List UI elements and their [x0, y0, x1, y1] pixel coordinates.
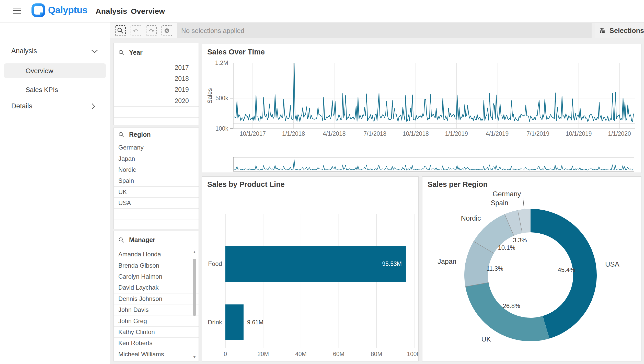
filter-item[interactable]: 2020 — [114, 95, 199, 106]
svg-text:7/1/2018: 7/1/2018 — [364, 130, 387, 137]
filter-item[interactable]: Brenda Gibson — [114, 260, 199, 271]
svg-text:Germany: Germany — [492, 190, 521, 198]
filter-item[interactable]: 2017 — [114, 62, 199, 73]
svg-text:11.3%: 11.3% — [486, 265, 503, 272]
filter-item-label: John Greg — [118, 317, 147, 325]
nav-tab-overview[interactable]: Overview — [131, 0, 165, 22]
svg-text:80M: 80M — [371, 351, 382, 357]
scroll-down-icon[interactable]: ▼ — [192, 355, 197, 360]
filter-item[interactable]: Amanda Honda — [114, 249, 199, 260]
sidebar-item-label: Details — [11, 102, 32, 110]
chevron-right-icon[interactable] — [91, 103, 96, 110]
filter-item-label: Japan — [118, 155, 135, 162]
svg-text:1.2M: 1.2M — [215, 60, 228, 66]
nav-tab-analysis[interactable]: Analysis — [96, 0, 127, 22]
filter-header[interactable]: Region — [118, 131, 151, 138]
filter-item-label: Micheal Williams — [118, 351, 164, 358]
filter-list-region: GermanyJapanNordicSpainUKUSA — [114, 142, 199, 220]
sidebar-item-sales-kpis[interactable]: Sales KPIs — [4, 82, 106, 97]
search-icon[interactable] — [118, 237, 124, 243]
filter-item-label: 2018 — [175, 75, 189, 82]
filter-item-label: 2017 — [175, 64, 189, 71]
filter-item[interactable]: Nordic — [114, 164, 199, 175]
filter-item-empty — [114, 107, 199, 118]
sales-per-region-chart[interactable]: 45.4%USA26.8%UK11.3%Japan10.1%Nordic3.3%… — [422, 177, 641, 361]
svg-text:1/1/2018: 1/1/2018 — [282, 130, 305, 137]
sidebar: Analysis Overview Sales KPIs Details — [0, 22, 110, 364]
search-icon[interactable] — [118, 50, 124, 56]
svg-text:USA: USA — [605, 260, 619, 268]
filter-item-label: Brenda Gibson — [118, 262, 159, 269]
sidebar-item-overview[interactable]: Overview — [4, 63, 106, 78]
svg-text:60M: 60M — [333, 351, 344, 357]
app-logo: Qalyptus — [31, 3, 87, 17]
filter-item-label: Spain — [118, 177, 134, 184]
svg-text:10/1/2019: 10/1/2019 — [566, 130, 592, 137]
search-selections-icon[interactable] — [115, 25, 126, 36]
svg-text:100M: 100M — [407, 351, 418, 357]
filter-item-label: 2020 — [175, 97, 189, 105]
filter-item[interactable]: Micheal Williams — [114, 349, 199, 360]
svg-text:10.1%: 10.1% — [498, 244, 515, 251]
filter-title: Year — [129, 49, 143, 56]
filter-panel-manager: Manager Amanda HondaBrenda GibsonCarolyn… — [113, 231, 199, 361]
filter-item[interactable]: USA — [114, 198, 199, 209]
filter-item[interactable]: UK — [114, 187, 199, 198]
chevron-down-icon[interactable] — [91, 49, 98, 54]
sidebar-section-label: Analysis — [11, 47, 37, 55]
svg-text:4/1/2019: 4/1/2019 — [486, 130, 509, 137]
svg-text:7/1/2019: 7/1/2019 — [526, 130, 549, 137]
donut-slice-uk — [465, 282, 549, 341]
filter-item[interactable]: Carolyn Halmon — [114, 271, 199, 282]
filter-header[interactable]: Year — [118, 49, 143, 56]
filter-item[interactable]: Dennis Johnson — [114, 293, 199, 304]
svg-text:UK: UK — [481, 335, 491, 343]
filter-panel-year: Year 2017201820192020 — [113, 43, 199, 125]
filter-item[interactable]: Ken Roberts — [114, 338, 199, 349]
search-icon[interactable] — [118, 132, 124, 138]
svg-text:1/1/2020: 1/1/2020 — [608, 130, 631, 137]
selections-button[interactable]: Selections — [595, 23, 644, 38]
filter-item[interactable]: Germany — [114, 142, 199, 153]
svg-text:10/1/2018: 10/1/2018 — [403, 130, 429, 137]
selection-toolbar — [110, 23, 177, 38]
filter-item-label: David Laychak — [118, 284, 158, 291]
chart-title: Sales Over Time — [207, 48, 265, 56]
scrollbar-thumb[interactable] — [193, 259, 196, 316]
clear-selections-icon[interactable] — [162, 25, 172, 36]
filter-item[interactable]: 2019 — [114, 84, 199, 95]
step-forward-icon[interactable] — [146, 25, 157, 36]
filter-item[interactable]: John Davis — [114, 304, 199, 315]
filter-item[interactable]: John Greg — [114, 315, 199, 326]
step-back-icon[interactable] — [131, 25, 141, 36]
filter-item-label: Ken Roberts — [118, 339, 152, 347]
selections-status-bar[interactable]: No selections applied — [177, 23, 592, 38]
filter-item[interactable]: Spain — [114, 175, 199, 186]
sidebar-item-label: Sales KPIs — [26, 86, 58, 94]
sidebar-item-label: Overview — [26, 67, 53, 75]
filter-item[interactable]: 2018 — [114, 73, 199, 84]
filter-item-label: Kathy Clinton — [118, 328, 155, 336]
filter-item[interactable]: Japan — [114, 153, 199, 164]
sales-by-product-line-chart[interactable]: 020M40M60M80M100MFood95.53MDrink9.61M — [202, 177, 418, 361]
brand-name: Qalyptus — [48, 5, 87, 16]
filter-header[interactable]: Manager — [118, 236, 155, 244]
svg-text:1/1/2019: 1/1/2019 — [445, 130, 468, 137]
filter-item-label: USA — [118, 199, 131, 207]
filter-list-year: 2017201820192020 — [114, 62, 199, 118]
scrollbar: ▲ ▼ — [192, 249, 197, 360]
filter-item[interactable]: David Laychak — [114, 282, 199, 293]
sales-over-time-chart[interactable]: 10/1/20171/1/20184/1/20187/1/201810/1/20… — [202, 44, 641, 173]
hamburger-menu-icon[interactable] — [13, 8, 21, 14]
filter-item-label: Amanda Honda — [118, 251, 161, 258]
filter-item[interactable]: Kathy Clinton — [114, 327, 199, 338]
selections-button-label: Selections — [610, 27, 644, 35]
filter-list-manager: Amanda HondaBrenda GibsonCarolyn HalmonD… — [114, 249, 199, 360]
sidebar-section-analysis[interactable]: Analysis — [11, 47, 37, 55]
filter-item-label: Dennis Johnson — [118, 295, 162, 302]
scroll-up-icon[interactable]: ▲ — [192, 249, 197, 255]
svg-text:10/1/2017: 10/1/2017 — [240, 130, 266, 137]
filter-item-label: Nordic — [118, 166, 136, 173]
svg-text:-100k: -100k — [213, 125, 228, 132]
svg-text:40M: 40M — [295, 351, 307, 357]
